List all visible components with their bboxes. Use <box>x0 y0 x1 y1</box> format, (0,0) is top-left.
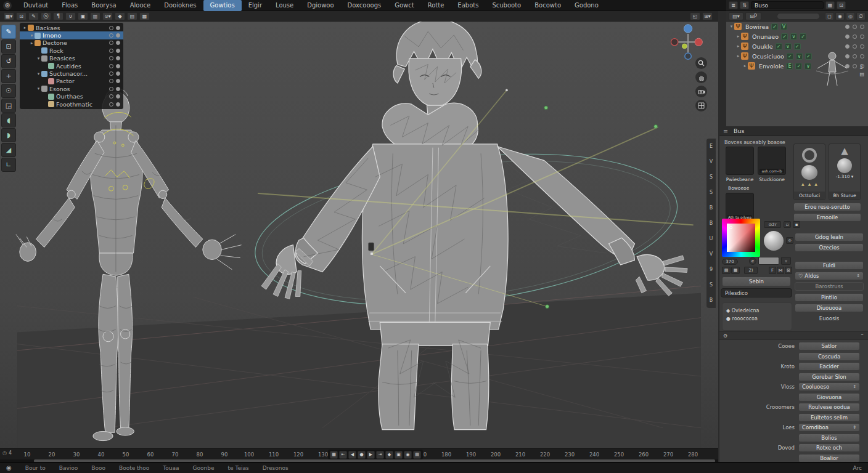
color-picker[interactable] <box>722 219 760 257</box>
outliner-row[interactable]: Acutides <box>20 62 123 70</box>
panel-header[interactable]: ≡ Bus <box>719 126 868 136</box>
sculpt-tool-button[interactable]: ☉ <box>1 84 16 98</box>
outliner-search-input[interactable] <box>751 1 824 9</box>
expand-icon[interactable]: ▸ <box>735 44 741 49</box>
viewport-header-icon[interactable]: ¶ <box>53 12 63 20</box>
mode-toggle-icon[interactable]: ▦ <box>731 267 740 274</box>
hide-toggle-icon[interactable] <box>109 33 113 38</box>
sidebar-tab[interactable]: 9 <box>706 262 716 277</box>
check-toggle[interactable]: ✓ <box>787 53 793 60</box>
render-toggle-icon[interactable] <box>845 34 850 39</box>
check-toggle[interactable]: ✓ <box>776 43 782 50</box>
menu-item[interactable]: Alooce <box>123 0 158 11</box>
expand-icon[interactable]: ▸ <box>22 25 28 30</box>
hide-toggle-icon[interactable] <box>109 64 113 68</box>
orbit-gizmo[interactable] <box>671 25 702 60</box>
menu-item[interactable]: Louse <box>269 0 300 11</box>
playback-button[interactable]: ⇤ <box>339 451 347 459</box>
sculpt-tool-button[interactable]: ◲ <box>1 99 16 113</box>
check-toggle[interactable]: V <box>780 23 787 30</box>
menu-item[interactable]: Rotte <box>421 0 451 11</box>
group-row[interactable]: ◆ Oviedeicna <box>726 308 788 313</box>
outliner-row[interactable]: Rock <box>20 47 123 54</box>
hide-toggle-icon[interactable] <box>109 56 113 60</box>
visibility-toggle-icon[interactable] <box>116 26 120 30</box>
viewport-header-icon[interactable]: ▥ <box>90 12 100 20</box>
properties-row-button[interactable]: Boalior <box>798 454 860 463</box>
stack-button[interactable]: Diuouooa <box>795 304 864 312</box>
properties-row-button[interactable]: Bolios <box>798 434 860 442</box>
hide-toggle-icon[interactable] <box>109 49 113 53</box>
hide-toggle-icon[interactable] <box>109 41 113 45</box>
properties-row-button[interactable]: Giovuona <box>798 393 860 402</box>
playback-button[interactable]: ▦ <box>330 451 338 459</box>
render-toggle-icon[interactable] <box>845 44 850 49</box>
visibility-toggle-icon[interactable] <box>116 41 120 45</box>
check-toggle[interactable]: ✓ <box>800 33 806 40</box>
menu-item[interactable]: Duvtaut <box>17 0 55 11</box>
visibility-toggle-icon[interactable] <box>116 56 120 60</box>
hide-toggle-icon[interactable] <box>109 94 113 99</box>
viewport-toggle-icon[interactable] <box>853 44 857 49</box>
sidebar-tab[interactable]: B <box>706 216 716 231</box>
menu-item[interactable]: Gowtios <box>203 0 242 11</box>
menu-item[interactable]: Eabots <box>451 0 485 11</box>
swatch-dropdown[interactable]: ▿ <box>781 257 791 265</box>
selectable-toggle-icon[interactable] <box>860 34 864 39</box>
hide-toggle-icon[interactable] <box>109 102 113 107</box>
clock-icon[interactable]: ◷ <box>2 450 7 456</box>
sculpt-tool-button[interactable]: ∟ <box>1 158 16 172</box>
name-field[interactable] <box>721 288 792 297</box>
sidebar-tab[interactable]: V <box>706 154 716 169</box>
viewport-toggle-icon[interactable] <box>853 25 857 29</box>
stack-button[interactable]: Gdog Iealn <box>795 233 864 241</box>
outliner-display-mode-icon[interactable]: ≣ <box>729 1 738 9</box>
outliner-row[interactable]: Fooothmatic <box>20 100 123 108</box>
check-toggle[interactable]: ∨ <box>790 33 797 40</box>
properties-row-button[interactable]: Comdiboa <box>798 423 860 432</box>
sculpt-tool-button[interactable]: ✎ <box>1 25 16 39</box>
sidebar-tab[interactable]: V <box>706 246 716 262</box>
visibility-toggle-icon[interactable] <box>116 33 120 38</box>
viewport-header-icon[interactable]: ◆ <box>115 12 125 20</box>
menu-item[interactable]: Gowct <box>388 0 420 11</box>
sculpt-tool-button[interactable]: ◗ <box>1 128 16 142</box>
menu-item[interactable]: Godono <box>568 0 605 11</box>
hide-toggle-icon[interactable] <box>109 79 113 83</box>
properties-row-button[interactable]: Roulvese oodua <box>798 403 860 411</box>
check-toggle[interactable]: ✓ <box>771 23 778 30</box>
sidebar-tab[interactable]: B <box>706 293 716 308</box>
selectable-toggle-icon[interactable] <box>860 54 864 59</box>
zoom-icon[interactable] <box>695 57 707 69</box>
pan-hand-icon[interactable] <box>695 71 707 83</box>
mode-toggle-icon[interactable]: ⊠ <box>785 267 792 274</box>
viewport-header-icon[interactable]: ⊡ <box>16 12 27 20</box>
menu-item[interactable]: Dgiowoo <box>300 0 340 11</box>
sidebar-tab[interactable]: S <box>706 277 716 293</box>
outliner-filter-pill[interactable] <box>777 13 820 20</box>
playback-button[interactable]: ● <box>358 451 366 459</box>
expand-icon[interactable]: ▸ <box>742 63 748 68</box>
visibility-toggle-icon[interactable] <box>116 94 120 99</box>
properties-row-button[interactable]: Gorebar Slon <box>798 373 860 381</box>
texture-card[interactable]: ▲ -1.310 ▾ Bh Sturue <box>829 144 861 200</box>
section-header[interactable]: ⚙ ⌃ <box>719 331 868 340</box>
3d-viewport[interactable]: ✎⊡↺+☉◲◖◗◢∟ ▸ Backaes ▾ Irnono <box>0 22 718 448</box>
radius-chip[interactable]: ⊙2r <box>764 221 781 228</box>
link-icon[interactable]: ⟐ <box>786 237 793 244</box>
check-toggle[interactable]: ✓ <box>794 43 801 50</box>
stack-dropdown[interactable]: ♡ Aldos⇕ <box>795 272 864 280</box>
menu-item[interactable]: Floas <box>55 0 84 11</box>
visibility-toggle-icon[interactable] <box>116 64 120 68</box>
current-frame[interactable]: 4 <box>9 450 12 456</box>
viewport-toggle-icon[interactable] <box>853 34 857 39</box>
expand-icon[interactable]: ▾ <box>729 24 734 29</box>
sculpt-tool-button[interactable]: + <box>1 69 16 83</box>
texture-action-button[interactable]: Ernooile <box>793 213 861 222</box>
menu-item[interactable]: Elgir <box>242 0 269 11</box>
stack-button[interactable]: Fuldi <box>795 261 864 270</box>
visibility-toggle-icon[interactable] <box>116 79 120 83</box>
playback-button[interactable]: ◆ <box>385 451 393 459</box>
playback-button[interactable]: ◀ <box>348 451 356 459</box>
render-toggle-icon[interactable] <box>845 25 850 29</box>
